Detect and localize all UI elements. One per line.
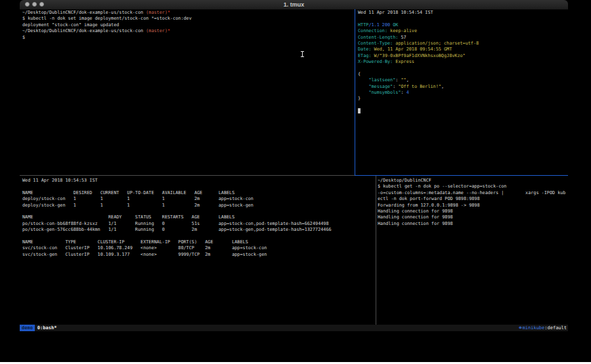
terminal-text-segment: deploy/stock-con 1 1 1 1 2m app=stock-co…	[22, 196, 253, 201]
terminal-text-segment: Date:	[358, 47, 371, 52]
terminal-line: NAME DESIRED CURRENT UP-TO-DATE AVAILABL…	[22, 190, 370, 196]
terminal-window: 1. tmux ~/Desktop/DublinCNCF/dok-example…	[20, 0, 568, 340]
terminal-line: ~/Desktop/DublinCNCF/dok-example-us/stoc…	[22, 10, 351, 16]
terminal-line: NAME TYPE CLUSTER-IP EXTERNAL-IP PORT(S)…	[22, 239, 370, 245]
terminal-text-segment: ~/Desktop/DublinCNCF/dok-example-us/stoc…	[22, 10, 146, 15]
session-name-badge[interactable]: demo	[20, 325, 35, 331]
block-cursor	[358, 108, 361, 113]
terminal-text-segment: NAME READY STATUS RESTARTS AGE LABELS	[22, 214, 234, 220]
terminal-text-segment: $	[22, 35, 25, 40]
terminal-text-segment: keep-alive	[387, 28, 417, 33]
pane-divider-vertical-bottom[interactable]	[376, 176, 376, 325]
pane-http-response-top-right[interactable]: Wed 11 Apr 2018 10:54:54 ISTHTTP/1.1 200…	[358, 10, 565, 174]
terminal-line: $ kubectl -n dok set image deployment/st…	[22, 16, 351, 22]
pane-kubectl-watch-bottom-left[interactable]: Wed 11 Apr 2018 10:54:53 ISTNAME DESIRED…	[22, 178, 370, 322]
terminal-line	[358, 108, 565, 114]
terminal-text-segment: "lastseen"	[368, 77, 395, 83]
terminal-line: -o=custom-columns=:metadata.name --no-he…	[378, 190, 567, 196]
terminal-line	[358, 66, 565, 71]
terminal-text-segment: Handling connection for 9898	[378, 221, 453, 226]
terminal-line: "lastseen": "",	[358, 77, 565, 83]
kubernetes-helm-icon: ☸	[519, 325, 521, 331]
terminal-line: $	[22, 35, 351, 41]
terminal-text-segment: OK	[390, 22, 398, 28]
terminal-text-segment: po/stock-con-bb68f88fd-kzsxz 1/1 Running…	[22, 221, 329, 226]
terminal-line: $ kubectl get -n dok po --selector=app=s…	[378, 184, 567, 190]
pane-port-forward-bottom-right[interactable]: ~/Desktop/DublinCNCF$ kubectl get -n dok…	[378, 178, 567, 322]
window-title: 1. tmux	[20, 0, 568, 9]
terminal-line: "message": "Off to Berlin!",	[358, 84, 565, 90]
terminal-line: HTTP/1.1 200 OK	[358, 22, 565, 28]
terminal-line: Date: Wed, 11 Apr 2018 09:54:55 GMT	[358, 47, 565, 52]
terminal-text-segment: Content-Type:	[358, 41, 393, 46]
terminal-text-segment: "message"	[368, 84, 393, 89]
terminal-text-segment: NAME TYPE CLUSTER-IP EXTERNAL-IP PORT(S)…	[22, 239, 248, 245]
terminal-line	[358, 16, 565, 22]
terminal-line: svc/stock-con ClusterIP 10.106.78.249 <n…	[22, 245, 370, 251]
pane-shell-top-left[interactable]: ~/Desktop/DublinCNCF/dok-example-us/stoc…	[22, 10, 351, 174]
terminal-line: deploy/stock-con 1 1 1 1 2m app=stock-co…	[22, 196, 370, 202]
terminal-text-segment	[358, 90, 368, 95]
terminal-text-segment	[358, 77, 368, 83]
terminal-text-segment: Express	[393, 59, 414, 64]
terminal-text-segment: "Off to Berlin!"	[398, 84, 441, 89]
terminal-text-segment: (master)	[146, 10, 167, 15]
terminal-text-segment: Handling connection for 9898	[378, 209, 453, 214]
terminal-text-segment: $ kubectl get -n dok po --selector=app=s…	[378, 184, 506, 189]
terminal-line: ~/Desktop/DublinCNCF	[378, 178, 567, 184]
terminal-line: Wed 11 Apr 2018 10:54:53 IST	[22, 178, 370, 184]
terminal-line: "numsymbols": 4	[358, 90, 565, 96]
terminal-line	[358, 102, 565, 108]
terminal-text-segment: {	[358, 71, 361, 77]
pane-divider-horizontal-left[interactable]	[20, 175, 355, 176]
terminal-line: Content-Type: application/json; charset=…	[358, 41, 565, 47]
terminal-text-segment: ""	[401, 77, 406, 83]
terminal-line	[22, 184, 370, 190]
terminal-line: Handling connection for 9898	[378, 214, 567, 220]
terminal-line: Forwarding from 127.0.0.1:9898 -> 9898	[378, 203, 567, 209]
terminal-text-segment: -o=custom-columns=:metadata.name --no-he…	[378, 190, 565, 195]
terminal-text-segment: 4	[406, 90, 409, 95]
terminal-text-segment: ,	[441, 84, 444, 89]
window-tab-label[interactable]: 0:bash*	[37, 325, 57, 331]
terminal-line: ectl -n dok port-forward POD 9898:9898	[378, 196, 567, 202]
terminal-line: deploy/stock-gen 1 1 1 1 2m app=stock-ge…	[22, 203, 370, 209]
terminal-text-segment: 57	[398, 35, 406, 40]
terminal-text-segment: Wed 11 Apr 2018 10:54:53 IST	[22, 178, 98, 183]
terminal-text-segment: W/"39-0xBPf9aF1dXVNkhsxoBQgJ8vKzo"	[371, 53, 465, 58]
terminal-text-segment: Handling connection for 9898	[378, 214, 453, 220]
terminal-line	[22, 209, 370, 214]
terminal-text-segment: ~/Desktop/DublinCNCF	[378, 178, 431, 183]
terminal-text-segment: Forwarding from 127.0.0.1:9898 -> 9898	[378, 203, 480, 208]
terminal-text-segment: :	[401, 90, 406, 95]
window-titlebar[interactable]: 1. tmux	[20, 0, 568, 10]
terminal-line: Wed 11 Apr 2018 10:54:54 IST	[358, 10, 565, 16]
terminal-line: deployment "stock-con" image updated	[22, 22, 351, 28]
terminal-line: po/stock-gen-576cc688bb-44kmn 1/1 Runnin…	[22, 227, 370, 233]
terminal-line: {	[358, 71, 565, 77]
terminal-text-segment: NAME DESIRED CURRENT UP-TO-DATE AVAILABL…	[22, 190, 234, 195]
terminal-text-segment: deployment "stock-con" image updated	[22, 22, 119, 28]
active-pane-border-horizontal[interactable]	[355, 175, 568, 176]
terminal-text-segment: /1.1 200	[368, 22, 390, 28]
terminal-line: po/stock-con-bb68f88fd-kzsxz 1/1 Running…	[22, 221, 370, 227]
terminal-line: Handling connection for 9898	[378, 209, 567, 214]
mouse-ibeam-cursor-icon	[301, 51, 304, 57]
terminal-line: Handling connection for 9898	[378, 221, 567, 227]
terminal-text-segment: ~/Desktop/DublinCNCF/dok-example-us/stoc…	[22, 28, 146, 33]
terminal-line: ~/Desktop/DublinCNCF/dok-example-us/stoc…	[22, 28, 351, 34]
terminal-line: ETag: W/"39-0xBPf9aF1dXVNkhsxoBQgJ8vKzo"	[358, 53, 565, 59]
terminal-line: X-Powered-By: Express	[358, 59, 565, 65]
terminal-text-segment: ETag:	[358, 53, 371, 58]
terminal-line	[22, 233, 370, 239]
terminal-line: svc/stock-gen ClusterIP 10.109.3.177 <no…	[22, 252, 370, 258]
terminal-line: Connection: keep-alive	[358, 28, 565, 34]
terminal-text-segment: po/stock-gen-576cc688bb-44kmn 1/1 Runnin…	[22, 227, 332, 232]
terminal-text-segment: }	[358, 96, 361, 101]
terminal-line: Content-Length: 57	[358, 35, 565, 41]
terminal-text-segment: deploy/stock-gen 1 1 1 1 2m app=stock-ge…	[22, 203, 253, 208]
status-bar-right: ☸minikube:default	[519, 325, 567, 331]
active-pane-border-vertical[interactable]	[355, 9, 355, 175]
terminal-text-segment: svc/stock-gen ClusterIP 10.109.3.177 <no…	[22, 252, 267, 257]
terminal-text-segment: ,	[406, 77, 409, 83]
